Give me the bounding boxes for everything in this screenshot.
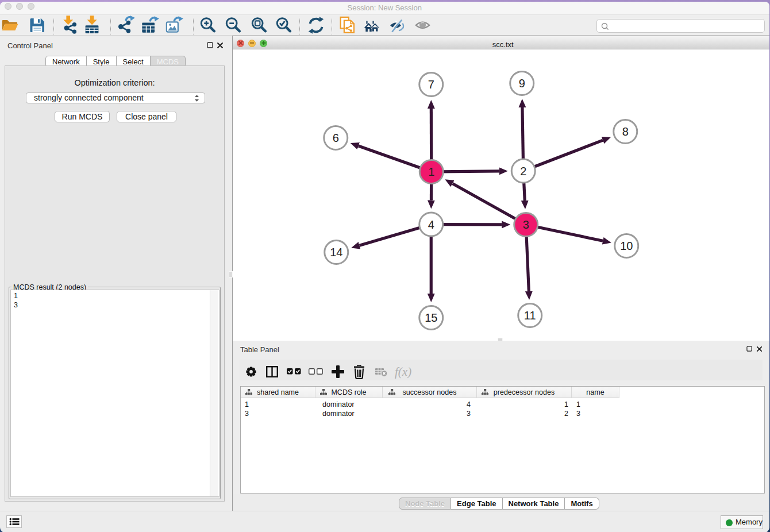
svg-text:2: 2 [520, 165, 526, 178]
svg-text:3: 3 [523, 218, 529, 231]
svg-text:14: 14 [330, 246, 342, 259]
svg-text:15: 15 [425, 311, 437, 324]
svg-text:8: 8 [622, 125, 629, 138]
svg-text:6: 6 [333, 132, 339, 144]
svg-text:11: 11 [524, 309, 536, 322]
svg-text:f(x): f(x) [395, 365, 411, 379]
svg-text:4: 4 [428, 218, 434, 231]
svg-text:9: 9 [519, 77, 525, 90]
svg-text:7: 7 [428, 78, 434, 91]
svg-text:1: 1 [428, 165, 434, 178]
svg-text:10: 10 [620, 240, 633, 252]
